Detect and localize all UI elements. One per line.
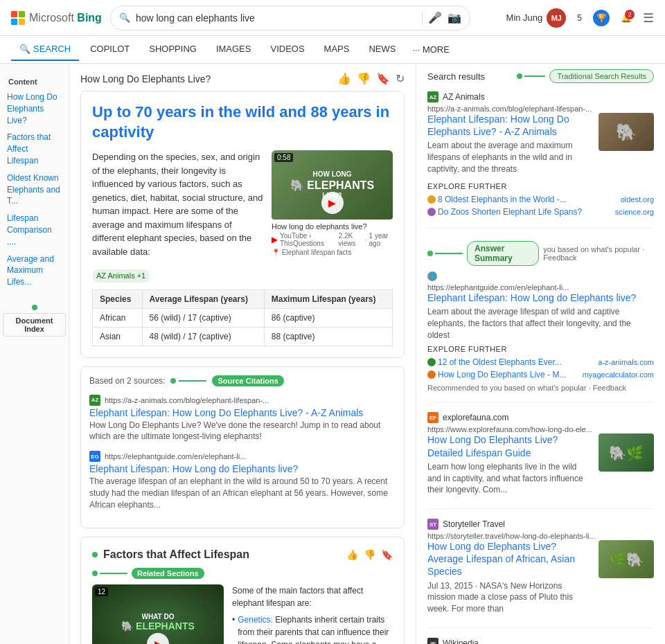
video-channel: YouTube › ThisQuestions	[280, 232, 337, 247]
result-title-az[interactable]: Elephant Lifespan: How Long Do Elephants…	[427, 113, 587, 138]
result-url-eg: https://elephantguide.com/en/elephant-li…	[427, 283, 654, 292]
result-source-row-wiki: W Wikipedia	[427, 638, 654, 644]
thumbs-down-icon[interactable]: 👎	[357, 72, 371, 85]
menu-icon[interactable]: ☰	[643, 10, 654, 26]
source-link-2[interactable]: Elephant Lifespan: How Long do Elephants…	[89, 463, 396, 474]
sources-header: Based on 2 sources: Source Citations	[89, 375, 396, 386]
youtube-icon: ▶	[272, 235, 278, 244]
section-dot	[92, 552, 98, 557]
source-tag-inline[interactable]: AZ Animals +1	[92, 269, 150, 283]
document-index[interactable]: Document Index	[0, 305, 69, 337]
sources-section: Based on 2 sources: Source Citations AZ …	[80, 366, 405, 528]
lifespan-table: Species Average Lifespan (years) Maximum…	[92, 289, 393, 346]
answer-summary-feedback: you based on what's popular · Feedback	[543, 245, 654, 262]
header-right: Min Jung MJ 5 🏆 🔔 2 ☰	[506, 8, 654, 28]
explore-link-oldest-eg[interactable]: 12 of the Oldest Elephants Ever...	[438, 357, 598, 367]
table-row: African 56 (wild) / 17 (captive) 86 (cap…	[93, 308, 393, 327]
more-button[interactable]: ··· MORE	[407, 39, 454, 60]
genetics-link[interactable]: Genetics:	[238, 615, 273, 625]
result-storyteller: ST Storyteller Travel https://storytelle…	[427, 519, 654, 628]
table-header-species: Species	[93, 289, 143, 308]
explore-link-oldest[interactable]: 8 Oldest Elephants in the World -...	[438, 195, 621, 204]
logo[interactable]: Microsoft Bing	[11, 11, 102, 25]
video-meta: ▶ YouTube › ThisQuestions 2.2K views· 1 …	[272, 232, 393, 247]
result-thumb-img-az: 🐘	[598, 113, 654, 151]
search-icon: 🔍	[119, 12, 130, 23]
user-info: Min Jung MJ	[506, 8, 567, 28]
source-link-1[interactable]: Elephant Lifespan: How Long Do Elephants…	[89, 407, 396, 418]
result-source-row-ef: EF explorefauna.com	[427, 412, 654, 423]
explore-link-zoos[interactable]: Do Zoos Shorten Elephant Life Spans?	[438, 207, 615, 217]
tab-copilot[interactable]: COPILOT	[82, 38, 138, 61]
video-views: 2.2K views	[339, 232, 363, 247]
result-title-ef[interactable]: How Long Do Elephants Live? Detailed Lif…	[427, 433, 587, 458]
result-text-st: How Long do Elephants Live? Average Life…	[427, 540, 587, 618]
nav-tabs: 🔍 SEARCH COPILOT SHOPPING IMAGES VIDEOS …	[0, 36, 665, 64]
factors-section: Factors that Affect Lifespan 👍 👎 🔖 Relat…	[80, 537, 405, 644]
result-url-ef: https://www.explorefauna.com/how-long-do…	[427, 425, 654, 433]
result-source-name-wiki: Wikipedia	[443, 638, 479, 644]
sidebar-item-how-long[interactable]: How Long Do Elephants Live?	[0, 89, 69, 129]
trophy-icon[interactable]: 🏆	[593, 10, 610, 26]
page-title: How Long Do Elephants Live?	[80, 73, 211, 84]
result-text-ef: How Long Do Elephants Live? Detailed Lif…	[427, 433, 587, 499]
tab-maps[interactable]: MAPS	[316, 38, 358, 61]
factors-video-duration: 12	[95, 587, 108, 596]
refresh-icon[interactable]: ↻	[396, 72, 405, 85]
avatar[interactable]: MJ	[547, 8, 566, 28]
explore-link-age-calc[interactable]: How Long Do Elephants Live - M...	[438, 370, 583, 379]
factors-title-row: Factors that Affect Lifespan 👍 👎 🔖	[92, 548, 393, 561]
search-input[interactable]	[136, 12, 416, 24]
sidebar-item-oldest[interactable]: Oldest Known Elephants and T...	[0, 170, 69, 210]
source-favicon-az: AZ	[89, 395, 100, 406]
result-favicon-wiki: W	[427, 638, 438, 644]
tab-videos[interactable]: VIDEOS	[262, 38, 312, 61]
tab-images[interactable]: IMAGES	[208, 38, 260, 61]
table-header-maximum: Maximum Lifespan (years)	[264, 289, 392, 308]
tab-shopping[interactable]: SHOPPING	[141, 38, 205, 61]
sidebar-item-comparison[interactable]: Lifespan Comparison ....	[0, 210, 69, 250]
explore-domain-oldest[interactable]: oldest.org	[621, 195, 654, 204]
mic-icon[interactable]: 🎤	[428, 11, 442, 24]
result-thumb-az: 🐘	[598, 113, 654, 151]
camera-icon[interactable]: 📷	[447, 11, 461, 24]
bookmark-icon[interactable]: 🔖	[376, 72, 390, 85]
answer-summary-label[interactable]: Answer Summary	[467, 241, 539, 266]
explore-domain-zoos[interactable]: science.org	[615, 208, 654, 216]
result-text-az: Elephant Lifespan: How Long Do Elephants…	[427, 113, 587, 178]
explore-link-row-eg-1: 12 of the Oldest Elephants Ever... a-z-a…	[427, 356, 654, 368]
main-content: How Long Do Elephants Live? 👍 👎 🔖 ↻ Up t…	[69, 64, 416, 644]
result-thumb-img-st: 🌿🐘	[598, 540, 654, 578]
result-wikipedia: W Wikipedia https://en.wikipedia.org/wik…	[427, 638, 654, 644]
tab-news[interactable]: NEWS	[360, 38, 404, 61]
badge-count: 5	[577, 13, 582, 23]
result-title-eg[interactable]: Elephant Lifespan: How Long do Elephants…	[427, 292, 654, 304]
result-url-az: https://a-z-animals.com/blog/elephant-li…	[427, 105, 654, 113]
tab-search[interactable]: 🔍 SEARCH	[11, 38, 79, 61]
result-favicon-st: ST	[427, 519, 438, 530]
source-citations-badge[interactable]: Source Citations	[212, 375, 283, 386]
explore-link-row-2: Do Zoos Shorten Elephant Life Spans? sci…	[427, 206, 654, 218]
factors-bookmark[interactable]: 🔖	[381, 549, 393, 560]
sidebar: Content How Long Do Elephants Live? Fact…	[0, 64, 69, 644]
result-thumb-img-ef: 🐘🌿	[598, 433, 654, 472]
sidebar-item-average[interactable]: Average and Maximum Lifes...	[0, 251, 69, 291]
result-title-st[interactable]: How Long do Elephants Live? Average Life…	[427, 540, 587, 578]
source-item-1: AZ https://a-z-animals.com/blog/elephant…	[89, 395, 396, 443]
explore-domain-eg-1[interactable]: a-z-animals.com	[598, 358, 654, 366]
sidebar-item-factors[interactable]: Factors that Affect Lifespan	[0, 129, 69, 169]
result-source-name-ef: explorefauna.com	[443, 413, 508, 422]
related-sections-badge[interactable]: Related Sections	[132, 568, 204, 579]
right-panel: Search results Traditional Search Result…	[416, 64, 665, 644]
notification-icon[interactable]: 🔔 2	[621, 12, 632, 23]
factors-thumbs-down[interactable]: 👎	[364, 549, 375, 560]
video-play-button[interactable]: ▶	[321, 192, 344, 214]
results-header: Search results Traditional Search Result…	[427, 69, 654, 83]
source-url-2: https://elephantguide.com/en/elephant-li…	[105, 452, 246, 460]
explore-domain-eg-2[interactable]: myagecalculator.com	[583, 370, 654, 379]
factors-video[interactable]: 12 WHAT DO 🐘 ELEPHANTS ▶ What Do Elephan…	[92, 584, 224, 644]
thumbs-up-icon[interactable]: 👍	[337, 72, 351, 85]
video-thumbnail[interactable]: 0:58 HOW LONG 🐘 ELEPHANTS LIVE? ▶ How lo…	[272, 150, 393, 283]
logo-icon	[11, 11, 25, 25]
factors-thumbs-up[interactable]: 👍	[346, 549, 358, 560]
